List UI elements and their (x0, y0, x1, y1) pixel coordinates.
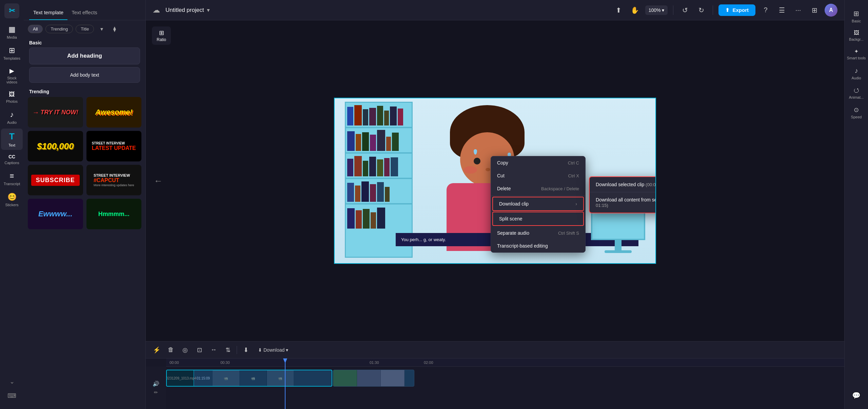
zoom-selector[interactable]: 100% ▾ (645, 5, 668, 15)
project-name-text: Untitled project (165, 7, 204, 14)
sidebar-item-stock-videos[interactable]: ▶ Stock videos (1, 64, 23, 87)
canvas-area: ⊞ Ratio ← (146, 20, 844, 341)
add-body-text-button[interactable]: Add body text (29, 67, 140, 83)
filter-expand-btn[interactable]: ▾ (97, 24, 107, 34)
video-clip-secondary[interactable] (333, 370, 414, 387)
volume-icon[interactable]: 🔊 (153, 381, 159, 387)
ctx-download-clip[interactable]: Download clip › (492, 197, 584, 211)
canvas-frame[interactable]: You perh... g, or weaty. Copy Ctrl C Cut (334, 98, 656, 264)
app-logo[interactable]: ✂ (4, 3, 19, 18)
right-sidebar-item-background[interactable]: 🖼 Backgr... (846, 27, 867, 44)
tl-speed-btn[interactable]: ⬇ (240, 345, 251, 355)
queue-btn[interactable]: ☰ (776, 4, 788, 16)
cursor-tool-btn[interactable]: ⬆ (613, 4, 625, 16)
sidebar-item-photos[interactable]: 🖼 Photos (1, 88, 23, 106)
clip-thumbnails: 📹 📹 📹 (213, 370, 332, 386)
tl-trim-btn[interactable]: ⊡ (194, 345, 205, 355)
download-submenu-arrow: › (575, 201, 577, 207)
submenu-download-all[interactable]: Download all content from selected dur..… (590, 192, 656, 213)
download-submenu: Download selected clip (00:00 – 01:15) D… (589, 176, 656, 213)
add-heading-button[interactable]: Add heading (29, 47, 140, 64)
tl-crop-btn[interactable]: ◎ (180, 345, 191, 355)
background-icon: 🖼 (854, 30, 859, 36)
template-hmm[interactable]: Hmmmm... (86, 199, 142, 229)
project-name[interactable]: Untitled project ▼ (165, 7, 211, 14)
ctx-cut[interactable]: Cut Ctrl X (491, 169, 585, 182)
canvas-back-arrow[interactable]: ← (154, 176, 163, 186)
sidebar-item-media[interactable]: ▦ Media (1, 22, 23, 42)
template-try-it-now[interactable]: → TRY IT NOW! (28, 97, 83, 128)
right-sidebar-item-smart-tools[interactable]: ✦ Smart tools (846, 45, 867, 63)
ratio-grid-icon: ⊞ (159, 29, 164, 37)
sidebar-item-text[interactable]: T Text (1, 129, 23, 150)
text-panel-tabs: Text template Text effects (24, 0, 145, 20)
help-btn[interactable]: ? (760, 4, 772, 16)
tl-delete-btn[interactable]: 🗑 (165, 345, 176, 355)
time-marker-3: 02:00 (424, 361, 433, 365)
filter-all-btn[interactable]: All (28, 25, 43, 33)
smart-tools-icon: ✦ (854, 48, 859, 55)
edit-pencil-icon[interactable]: ✏ (154, 390, 158, 395)
sidebar-item-collapse[interactable]: ⌄ (1, 375, 23, 388)
ctx-split-scene[interactable]: Split scene (492, 212, 584, 226)
tl-arrange-btn[interactable]: ⇅ (222, 345, 233, 355)
sidebar-item-keyboard[interactable]: ⌨ (1, 389, 23, 402)
user-avatar[interactable]: A (825, 4, 837, 17)
keyboard-icon: ⌨ (7, 392, 16, 400)
export-button[interactable]: ⬆ Export (718, 4, 755, 16)
more-options-btn[interactable]: ··· (792, 4, 804, 16)
context-menu: Copy Ctrl C Cut Ctrl X Delete Backspace … (491, 156, 586, 253)
ratio-label: Ratio (157, 37, 166, 42)
ratio-button[interactable]: ⊞ Ratio (152, 26, 171, 45)
submenu-download-selected[interactable]: Download selected clip (00:00 – 01:15) (590, 177, 656, 192)
context-menu-divider (491, 196, 585, 196)
undo-btn[interactable]: ↺ (679, 4, 691, 16)
template-street-interview-2[interactable]: STREET INTERVIEW #CAPCUT More interestin… (86, 165, 142, 195)
media-icon: ▦ (8, 25, 16, 34)
sidebar-item-stickers[interactable]: 😊 Stickers (1, 190, 23, 210)
text-panel-scroll: Basic Add heading Add body text Trending… (24, 37, 145, 409)
template-grid: → TRY IT NOW! Awesome! $100,000 STREET I… (24, 97, 145, 229)
right-sidebar-item-chat[interactable]: 💬 (846, 389, 867, 402)
template-street-interview-1[interactable]: STREET INTERVIEW LATEST UPDATE (86, 131, 142, 161)
template-100k[interactable]: $100,000 (28, 131, 83, 161)
ctx-delete[interactable]: Delete Backspace / Delete (491, 182, 585, 195)
video-track[interactable]: 20231209_1013.mp4 01:15:09 📹 📹 📹 (166, 369, 417, 388)
chat-icon: 💬 (852, 391, 861, 400)
filter-trending-btn[interactable]: Trending (45, 25, 73, 33)
filter-title-btn[interactable]: Title (76, 25, 94, 33)
sidebar-item-transcript[interactable]: ≡ Transcript (1, 169, 23, 189)
sidebar-item-templates[interactable]: ⊞ Templates (1, 43, 23, 63)
layout-btn[interactable]: ⊞ (808, 4, 821, 16)
video-clip-main[interactable]: 20231209_1013.mp4 01:15:09 📹 📹 📹 (166, 370, 332, 387)
tl-mirror-btn[interactable]: ↔ (208, 345, 219, 355)
template-ewww[interactable]: Ewwww... (28, 199, 83, 229)
zoom-chevron-icon: ▾ (662, 7, 664, 13)
hand-tool-btn[interactable]: ✋ (629, 4, 641, 16)
redo-btn[interactable]: ↻ (695, 4, 707, 16)
ctx-copy[interactable]: Copy Ctrl C (491, 156, 585, 169)
basic-grid-icon: ⊞ (853, 9, 859, 18)
right-audio-icon: ♪ (855, 67, 858, 75)
clip-duration: 01:15:09 (194, 376, 213, 380)
playhead[interactable] (285, 358, 285, 409)
ctx-transcript-editing[interactable]: Transcript-based editing (491, 239, 585, 252)
sidebar-item-captions[interactable]: CC Captions (1, 151, 23, 168)
right-sidebar-item-audio[interactable]: ♪ Audio (846, 64, 867, 83)
time-ruler: 00:00 00:30 01:30 02:00 (166, 358, 844, 367)
template-awesome[interactable]: Awesome! (86, 97, 142, 128)
right-sidebar-item-basic[interactable]: ⊞ Basic (846, 7, 867, 26)
right-sidebar-item-speed[interactable]: ⊙ Speed (846, 103, 867, 122)
tl-split-btn[interactable]: ⚡ (151, 345, 162, 355)
sidebar-item-audio[interactable]: ♪ Audio (1, 108, 23, 127)
tab-text-template[interactable]: Text template (29, 5, 67, 20)
ctx-separate-audio[interactable]: Separate audio Ctrl Shift S (491, 227, 585, 239)
filter-random-btn[interactable]: ⧫ (110, 24, 120, 34)
right-sidebar-item-animate[interactable]: ⭯ Animat... (846, 84, 867, 102)
upload-icon: ☁ (153, 6, 160, 15)
template-subscribe[interactable]: SUBSCRIBE (28, 165, 83, 195)
tab-text-effects[interactable]: Text effects (67, 5, 101, 20)
speed-icon: ⊙ (854, 106, 859, 114)
tl-download-btn[interactable]: ⬇ Download ▾ (255, 346, 292, 354)
tl-divider-1 (237, 346, 237, 354)
